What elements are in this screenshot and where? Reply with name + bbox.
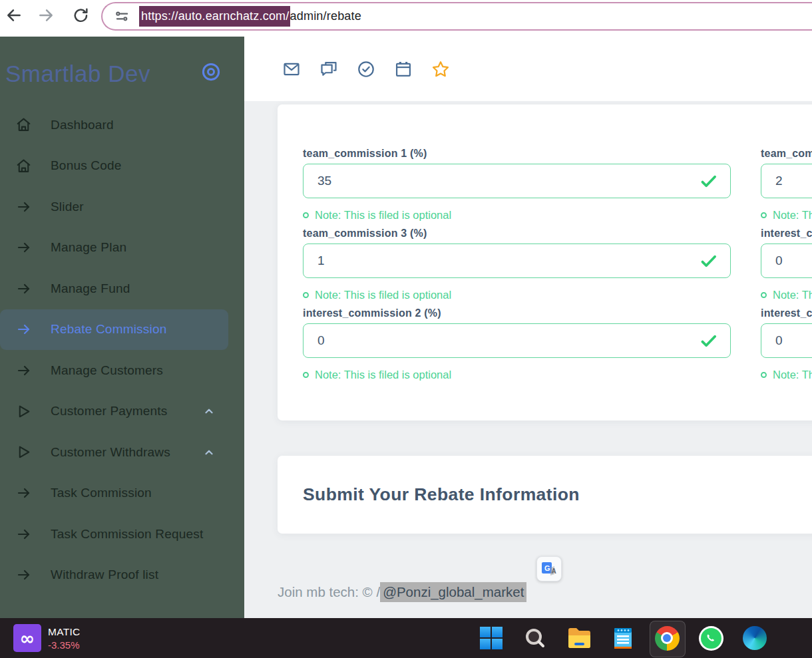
- field-note: Note: This is filed is optional: [761, 367, 812, 382]
- browser-toolbar: https://auto.earnchatz.com/admin/rebate: [0, 0, 812, 37]
- star-icon: [431, 59, 450, 79]
- arrow-right-icon: [15, 240, 33, 255]
- arrow-right-icon: [15, 363, 33, 379]
- browser-back-button[interactable]: [3, 4, 25, 27]
- mail-button[interactable]: [282, 60, 301, 79]
- sidebar: Smartlab Dev Dashboard Bonus Code Slider…: [0, 37, 244, 618]
- sidebar-item-bonus-code[interactable]: Bonus Code: [0, 146, 244, 187]
- field-note: Note: This is filed is optional: [303, 208, 731, 222]
- team-commission-2-input[interactable]: [761, 164, 812, 198]
- chrome-icon: [655, 626, 680, 651]
- field-label: interest_commission 1 (%): [761, 228, 812, 240]
- sidebar-item-withdraw-proof-list[interactable]: Withdraw Proof list: [0, 555, 244, 596]
- field-note: Note: This is filed is optional: [303, 287, 731, 302]
- sidebar-item-label: Manage Plan: [51, 240, 126, 255]
- check-circle-icon: [357, 60, 375, 79]
- field-note: Note: This is filed is optional: [303, 367, 731, 382]
- svg-text:A: A: [552, 568, 556, 575]
- search-tune-icon[interactable]: [114, 9, 130, 24]
- field-interest-commission-1: interest_commission 1 (%) Note: This is …: [761, 228, 812, 302]
- record-circle-icon: [201, 62, 221, 82]
- chevron-up-icon: [203, 405, 215, 417]
- field-interest-commission-2: interest_commission 2 (%) Note: This is …: [303, 307, 731, 382]
- field-note: Note: This is filed is optional: [761, 208, 812, 222]
- notepad-icon: [612, 626, 634, 650]
- sidebar-item-label: Withdraw Proof list: [51, 568, 158, 582]
- sidebar-item-task-commission-request[interactable]: Task Commission Request: [0, 514, 244, 555]
- main-content: team_commission 1 (%) Note: This is file…: [244, 37, 812, 618]
- team-commission-3-input[interactable]: [303, 244, 731, 278]
- footer-selected-handle: @Ponzi_global_market: [380, 582, 526, 602]
- arrow-right-icon: [15, 321, 33, 337]
- field-label: team_commission 3 (%): [303, 228, 731, 240]
- file-explorer-icon: [567, 627, 592, 649]
- address-bar[interactable]: https://auto.earnchatz.com/admin/rebate: [101, 2, 812, 31]
- favorites-button[interactable]: [431, 60, 450, 79]
- interest-commission-3-input[interactable]: [761, 323, 812, 358]
- matic-polygon-icon: ∞: [13, 624, 41, 652]
- sidebar-item-label: Customer Payments: [51, 404, 168, 418]
- arrow-left-icon: [5, 7, 23, 24]
- start-button[interactable]: [469, 618, 513, 658]
- valid-check-icon: [700, 252, 717, 270]
- sidebar-item-manage-customers[interactable]: Manage Customers: [0, 350, 244, 391]
- sidebar-item-customer-withdraws[interactable]: Customer Withdraws: [0, 432, 244, 473]
- sidebar-item-label: Task Commission: [51, 486, 152, 500]
- widget-coin-change: -3.35%: [48, 639, 81, 651]
- widget-coin-name: MATIC: [48, 626, 81, 638]
- sidebar-item-slider[interactable]: Slider: [0, 186, 244, 228]
- home-icon: [15, 158, 33, 174]
- chat-button[interactable]: [319, 60, 338, 79]
- sidebar-item-label: Manage Fund: [51, 281, 130, 296]
- url-path-text: admin/rebate: [290, 9, 361, 23]
- sidebar-item-label: Rebate Commission: [51, 322, 166, 337]
- team-commission-1-input[interactable]: [303, 164, 731, 198]
- sidebar-item-manage-plan[interactable]: Manage Plan: [0, 228, 244, 269]
- edge-button[interactable]: [733, 618, 777, 658]
- field-team-commission-3: team_commission 3 (%) Note: This is file…: [303, 228, 731, 302]
- home-icon: [15, 116, 33, 133]
- windows-start-icon: [480, 627, 503, 649]
- sidebar-toggle-button[interactable]: [200, 62, 222, 83]
- whatsapp-button[interactable]: [689, 618, 733, 658]
- browser-forward-button[interactable]: [35, 4, 57, 27]
- interest-commission-2-input[interactable]: [303, 323, 731, 358]
- valid-check-icon: [700, 332, 717, 350]
- sidebar-item-label: Manage Customers: [51, 363, 163, 378]
- field-label: team_commission 2 (%): [761, 148, 812, 160]
- interest-commission-1-input[interactable]: [761, 244, 812, 278]
- sidebar-item-label: Bonus Code: [51, 158, 122, 173]
- field-label: interest_commission 3 (%): [761, 307, 812, 319]
- sidebar-item-label: Slider: [51, 200, 84, 214]
- field-team-commission-1: team_commission 1 (%) Note: This is file…: [303, 148, 731, 222]
- note-dot-icon: [303, 292, 309, 298]
- search-button[interactable]: [513, 618, 557, 658]
- reload-icon: [73, 7, 89, 24]
- app-logo-title: Smartlab Dev: [5, 61, 150, 87]
- submit-card: Submit Your Rebate Information: [278, 456, 812, 534]
- note-dot-icon: [761, 372, 767, 378]
- sidebar-item-customer-payments[interactable]: Customer Payments: [0, 391, 244, 432]
- sidebar-item-dashboard[interactable]: Dashboard: [0, 104, 244, 146]
- notepad-button[interactable]: [601, 618, 645, 658]
- browser-reload-button[interactable]: [69, 4, 92, 27]
- crypto-widget[interactable]: ∞ MATIC -3.35%: [13, 624, 81, 652]
- arrow-right-icon: [15, 567, 33, 583]
- note-dot-icon: [761, 292, 767, 298]
- rebate-form-card: team_commission 1 (%) Note: This is file…: [278, 104, 812, 420]
- submit-card-heading: Submit Your Rebate Information: [303, 484, 580, 505]
- footer-prefix: Join mb tech: © /: [278, 584, 380, 599]
- sidebar-item-manage-fund[interactable]: Manage Fund: [0, 268, 244, 309]
- url-text[interactable]: https://auto.earnchatz.com/admin/rebate: [139, 9, 361, 23]
- sidebar-item-task-commission[interactable]: Task Commission: [0, 473, 244, 514]
- google-translate-button[interactable]: G A: [536, 556, 562, 581]
- calendar-button[interactable]: [394, 60, 413, 79]
- play-icon: [15, 444, 33, 460]
- chrome-button[interactable]: [645, 618, 689, 658]
- note-dot-icon: [761, 212, 767, 218]
- file-explorer-button[interactable]: [557, 618, 601, 658]
- sidebar-item-label: Task Commission Request: [51, 527, 204, 542]
- tasks-button[interactable]: [357, 60, 375, 79]
- sidebar-item-rebate-commission[interactable]: Rebate Commission: [0, 309, 228, 351]
- play-icon: [15, 403, 33, 420]
